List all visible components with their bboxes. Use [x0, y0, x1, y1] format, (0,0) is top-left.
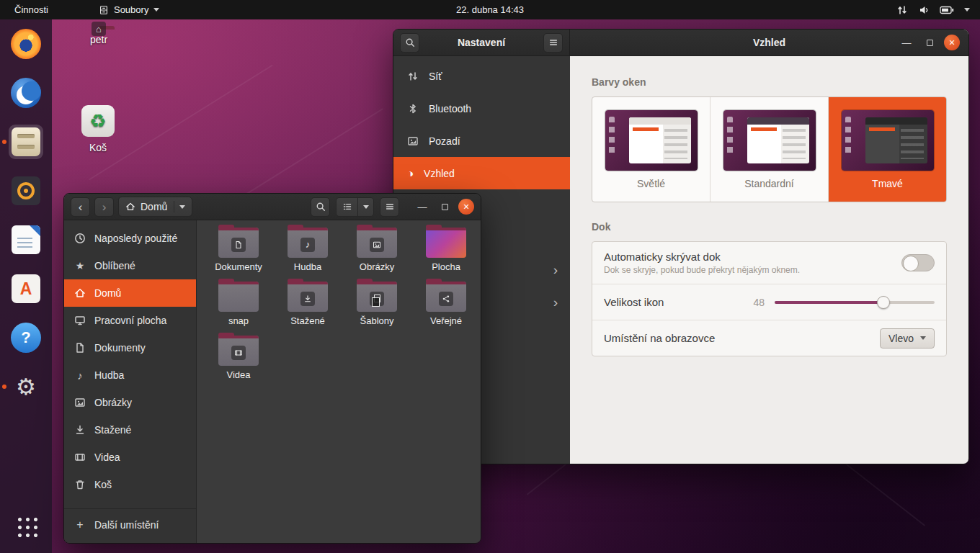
- theme-option-standard[interactable]: Standardní: [710, 97, 829, 202]
- folder-desktop[interactable]: Plocha: [411, 228, 481, 282]
- settings-gear-icon: ⚙: [16, 376, 36, 398]
- picture-icon: [74, 397, 86, 408]
- folder-music[interactable]: ♪ Hudba: [273, 228, 342, 282]
- sidebar-item-home[interactable]: Domů: [64, 279, 196, 307]
- sidebar-item-label: Dokumenty: [94, 342, 146, 354]
- window-menu-button[interactable]: [380, 197, 399, 217]
- maximize-button[interactable]: [921, 34, 938, 51]
- dock-item-files[interactable]: [9, 125, 43, 159]
- sidebar-item-pictures[interactable]: Obrázky: [64, 389, 196, 416]
- forward-icon: ›: [102, 201, 107, 213]
- dock-item-software[interactable]: A: [9, 271, 43, 306]
- dock-item-rhythmbox[interactable]: [9, 174, 43, 208]
- theme-option-light[interactable]: Světlé: [592, 97, 710, 202]
- slider-handle[interactable]: [877, 296, 890, 309]
- back-button[interactable]: ‹: [71, 197, 90, 217]
- minimize-button[interactable]: —: [898, 34, 915, 51]
- close-button[interactable]: ×: [944, 35, 960, 50]
- dock-item-help[interactable]: ?: [9, 320, 43, 355]
- theme-option-dark[interactable]: Tmavé: [829, 97, 946, 202]
- list-view-icon: [342, 202, 352, 212]
- folder-label: Videa: [226, 369, 250, 380]
- autohide-toggle[interactable]: [901, 254, 935, 271]
- picture-emblem-icon: [370, 238, 384, 252]
- settings-menu-button[interactable]: [543, 33, 563, 53]
- sidebar-item-appearance[interactable]: ◑ Vzhled: [393, 157, 570, 189]
- close-icon: ×: [463, 202, 469, 212]
- settings-search-button[interactable]: [400, 33, 419, 53]
- folder-public[interactable]: Veřejné: [411, 282, 481, 336]
- clock[interactable]: 22. dubna 14:43: [456, 4, 524, 15]
- sidebar-item-recent[interactable]: Naposledy použité: [64, 225, 196, 252]
- autohide-label: Automaticky skrývat dok: [604, 251, 800, 263]
- desktop-icon-label: Koš: [70, 142, 126, 153]
- dock-item-thunderbird[interactable]: [9, 76, 43, 110]
- location-button[interactable]: Domů: [118, 197, 192, 217]
- folder-pictures[interactable]: Obrázky: [342, 228, 411, 282]
- sidebar-item-label: Pozadí: [429, 135, 460, 147]
- top-bar: Činnosti Soubory 22. dubna 14:43: [0, 0, 980, 19]
- folder-snap[interactable]: snap: [204, 282, 273, 336]
- activities-button[interactable]: Činnosti: [10, 4, 53, 15]
- sidebar-item-starred[interactable]: ★ Oblíbené: [64, 252, 196, 279]
- appearance-icon: ◑: [407, 168, 414, 179]
- files-headerbar[interactable]: ‹ › Domů — ×: [64, 194, 481, 220]
- settings-sidebar-titlebar[interactable]: Nastavení: [393, 30, 570, 56]
- position-dropdown[interactable]: Vlevo: [880, 328, 935, 349]
- folder-icon-desktop-gradient: [426, 228, 466, 258]
- sidebar-item-desktop[interactable]: Pracovní plocha: [64, 307, 196, 334]
- system-tray[interactable]: [896, 4, 970, 16]
- folder-documents[interactable]: Dokumenty: [204, 228, 273, 282]
- icon-size-slider[interactable]: [775, 295, 935, 310]
- desktop-icon-trash[interactable]: ♻ Koš: [70, 105, 126, 153]
- sidebar-item-other-locations[interactable]: + Další umístění: [64, 508, 196, 540]
- sidebar-item-label: Pracovní plocha: [94, 315, 166, 326]
- close-button[interactable]: ×: [458, 199, 474, 215]
- download-icon: [74, 424, 86, 436]
- dock-item-writer[interactable]: [9, 222, 43, 257]
- caret-down-icon: [179, 205, 185, 209]
- theme-preview-standard: [723, 110, 816, 171]
- files-body: Naposledy použité ★ Oblíbené Domů Pracov…: [64, 220, 481, 543]
- sidebar-item-bluetooth[interactable]: Bluetooth: [393, 92, 570, 125]
- forward-button[interactable]: ›: [94, 197, 114, 217]
- icon-size-label: Velikost ikon: [604, 296, 664, 308]
- view-options-button[interactable]: [358, 198, 373, 216]
- folder-templates[interactable]: Šablony: [342, 282, 411, 336]
- list-view-button[interactable]: [337, 198, 358, 216]
- sidebar-item-trash[interactable]: Koš: [64, 471, 196, 498]
- sidebar-item-network[interactable]: Síť: [393, 60, 570, 92]
- document-emblem-icon: [231, 238, 246, 252]
- sidebar-item-documents[interactable]: Dokumenty: [64, 334, 196, 361]
- settings-panel-titlebar[interactable]: Vzhled — ×: [570, 30, 968, 56]
- minimize-button[interactable]: —: [414, 198, 431, 215]
- sidebar-item-music[interactable]: ♪ Hudba: [64, 361, 196, 389]
- divider: [174, 201, 174, 212]
- sidebar-item-label: Oblíbené: [94, 260, 135, 271]
- chevron-right-icon[interactable]: ›: [553, 295, 558, 309]
- dock-item-show-applications[interactable]: [9, 508, 43, 543]
- sidebar-item-downloads[interactable]: Stažené: [64, 416, 196, 444]
- network-icon: [407, 71, 419, 82]
- sidebar-item-label: Hudba: [94, 369, 124, 381]
- app-menu-button[interactable]: Soubory: [99, 4, 159, 15]
- folder-videos[interactable]: Videa: [204, 336, 273, 390]
- hamburger-menu-icon: [385, 202, 395, 212]
- rhythmbox-icon: [12, 176, 40, 205]
- sidebar-item-background[interactable]: Pozadí: [393, 125, 570, 157]
- search-button[interactable]: [311, 197, 330, 217]
- hamburger-menu-icon: [548, 37, 558, 48]
- search-icon: [316, 202, 326, 212]
- icon-size-value: 48: [753, 297, 765, 308]
- dock-item-firefox[interactable]: [9, 27, 43, 61]
- desktop-icon-home[interactable]: ⌂ petr: [71, 29, 127, 45]
- maximize-button[interactable]: [436, 198, 453, 215]
- dock-item-settings[interactable]: ⚙: [9, 369, 43, 404]
- folder-label: Plocha: [432, 261, 460, 272]
- folder-downloads[interactable]: Stažené: [273, 282, 342, 336]
- sidebar-item-label: Domů: [94, 287, 121, 299]
- sidebar-item-label: Naposledy použité: [94, 233, 177, 244]
- sidebar-item-videos[interactable]: Videa: [64, 444, 196, 471]
- chevron-right-icon[interactable]: ›: [553, 263, 558, 276]
- theme-preview-light: [605, 110, 698, 171]
